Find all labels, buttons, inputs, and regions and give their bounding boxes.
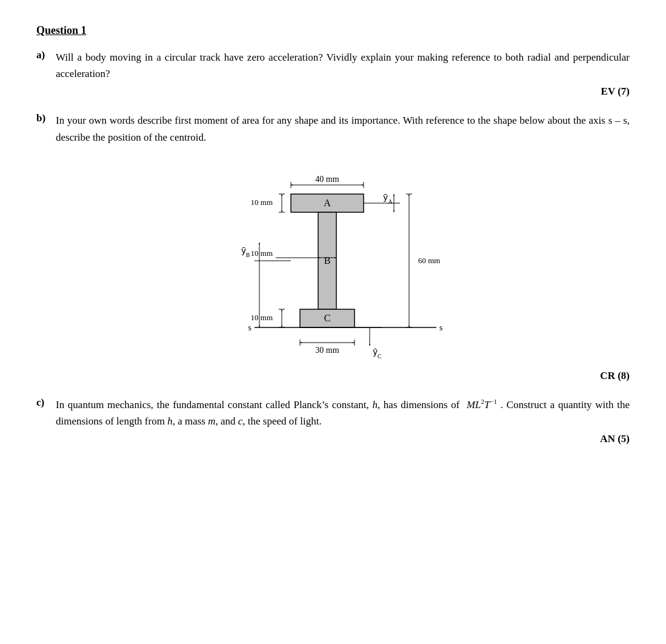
- diagram-container: A B C s s 40 mm 30 mm: [36, 158, 630, 364]
- s-label-right: s: [439, 323, 442, 332]
- part-b-score: CR (8): [36, 370, 630, 382]
- part-a-score: EV (7): [36, 86, 630, 98]
- yA-arrowhead-up: [393, 194, 395, 196]
- dim-10mm-web-text: 10 mm: [250, 249, 272, 258]
- part-a-text: Will a body moving in a circular track h…: [56, 49, 630, 82]
- label-B: B: [324, 255, 330, 266]
- part-c-label: c): [36, 397, 51, 429]
- label-C: C: [324, 313, 330, 323]
- yC-label: ȳC: [373, 347, 382, 360]
- question-title: Question 1: [36, 24, 630, 37]
- dim-60mm-text: 60 mm: [418, 256, 440, 265]
- dim-40mm-text: 40 mm: [315, 175, 339, 184]
- label-A: A: [324, 198, 331, 208]
- part-a-label: a): [36, 49, 51, 82]
- s-label-left: s: [248, 323, 251, 332]
- yB-label: ȳB: [241, 246, 250, 258]
- part-c-score: AN (5): [36, 433, 630, 445]
- part-b-label: b): [36, 112, 51, 145]
- yA-arrowhead-down: [393, 210, 395, 212]
- dim-10mm-bot-text: 10 mm: [250, 313, 272, 322]
- part-b-text: In your own words describe first moment …: [56, 112, 630, 145]
- centroid-diagram: A B C s s 40 mm 30 mm: [194, 158, 473, 364]
- dim-10mm-top-text: 10 mm: [250, 198, 272, 207]
- yC-arrowhead: [369, 344, 370, 346]
- part-c-text: In quantum mechanics, the fundamental co…: [56, 397, 630, 429]
- yB-arrowhead-up: [259, 243, 260, 244]
- dim-30mm-text: 30 mm: [315, 346, 339, 355]
